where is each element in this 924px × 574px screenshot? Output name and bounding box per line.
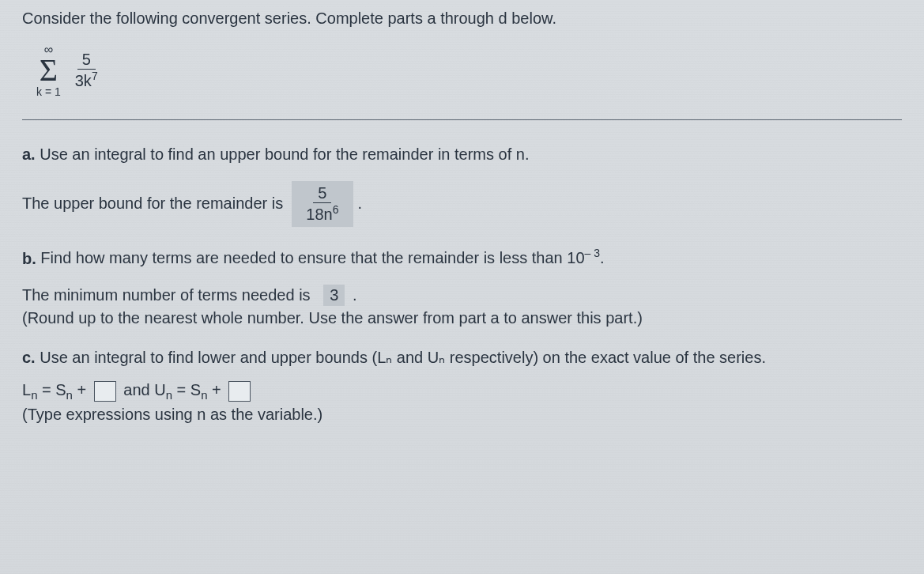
- sigma-symbol: Σ: [40, 56, 58, 85]
- instruction-text: Consider the following convergent series…: [22, 9, 902, 28]
- part-a-answer-box[interactable]: 5 18n6: [292, 181, 353, 227]
- part-b-suffix: .: [353, 286, 357, 304]
- part-a-label: a.: [22, 145, 36, 163]
- sigma-lower: k = 1: [36, 86, 61, 97]
- part-c-blank-U[interactable]: [228, 381, 251, 402]
- part-a-frac-den: 18n6: [301, 203, 343, 224]
- part-b-prompt: Find how many terms are needed to ensure…: [40, 249, 604, 266]
- part-c-equation: Ln = Sn + and Un = Sn +: [22, 381, 902, 402]
- series-formula: ∞ Σ k = 1 5 3k7: [36, 43, 902, 97]
- part-c-blank-L[interactable]: [94, 381, 116, 402]
- part-a-suffix: .: [358, 194, 363, 213]
- part-c: c. Use an integral to find lower and upp…: [22, 348, 902, 367]
- series-denominator: 3k7: [70, 70, 103, 90]
- part-b-hint: (Round up to the nearest whole number. U…: [22, 309, 902, 327]
- part-b-answer-box[interactable]: 3: [323, 285, 345, 306]
- part-b: b. Find how many terms are needed to ens…: [22, 247, 902, 328]
- part-c-prompt: Use an integral to find lower and upper …: [40, 349, 766, 366]
- part-a-answer-prefix: The upper bound for the remainder is: [22, 194, 283, 213]
- part-b-label: b.: [22, 249, 36, 266]
- part-a: a. Use an integral to find an upper boun…: [22, 145, 902, 227]
- part-b-answer-prefix: The minimum number of terms needed is: [22, 286, 311, 304]
- part-c-label: c.: [22, 349, 36, 366]
- part-c-hint: (Type expressions using n as the variabl…: [22, 406, 902, 424]
- part-a-frac-num: 5: [313, 184, 331, 203]
- part-a-prompt: Use an integral to find an upper bound f…: [40, 145, 529, 163]
- divider: [22, 119, 902, 120]
- series-numerator: 5: [77, 51, 96, 70]
